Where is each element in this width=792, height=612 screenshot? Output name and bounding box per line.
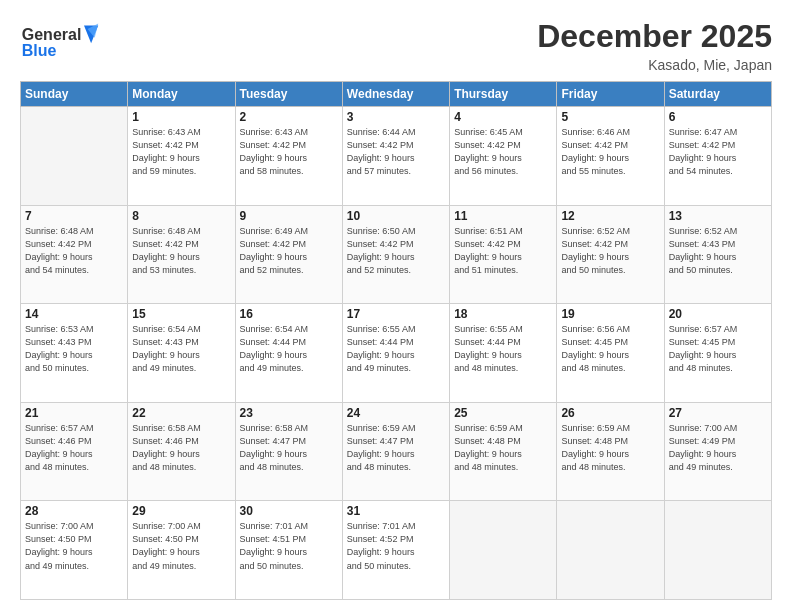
day-number: 31 [347, 504, 445, 518]
calendar-cell: 15Sunrise: 6:54 AMSunset: 4:43 PMDayligh… [128, 304, 235, 403]
calendar-cell [664, 501, 771, 600]
day-number: 24 [347, 406, 445, 420]
day-info: Sunrise: 6:47 AMSunset: 4:42 PMDaylight:… [669, 126, 767, 178]
day-info: Sunrise: 6:48 AMSunset: 4:42 PMDaylight:… [132, 225, 230, 277]
day-info: Sunrise: 6:59 AMSunset: 4:48 PMDaylight:… [454, 422, 552, 474]
calendar-cell: 10Sunrise: 6:50 AMSunset: 4:42 PMDayligh… [342, 205, 449, 304]
month-title: December 2025 [537, 18, 772, 55]
location: Kasado, Mie, Japan [537, 57, 772, 73]
day-number: 14 [25, 307, 123, 321]
day-info: Sunrise: 6:56 AMSunset: 4:45 PMDaylight:… [561, 323, 659, 375]
svg-text:Blue: Blue [22, 43, 57, 60]
calendar-cell: 14Sunrise: 6:53 AMSunset: 4:43 PMDayligh… [21, 304, 128, 403]
day-info: Sunrise: 6:58 AMSunset: 4:47 PMDaylight:… [240, 422, 338, 474]
calendar-cell [21, 107, 128, 206]
day-info: Sunrise: 6:46 AMSunset: 4:42 PMDaylight:… [561, 126, 659, 178]
logo-image: General Blue [20, 18, 100, 63]
calendar-cell: 18Sunrise: 6:55 AMSunset: 4:44 PMDayligh… [450, 304, 557, 403]
day-info: Sunrise: 6:49 AMSunset: 4:42 PMDaylight:… [240, 225, 338, 277]
day-number: 12 [561, 209, 659, 223]
calendar-cell: 1Sunrise: 6:43 AMSunset: 4:42 PMDaylight… [128, 107, 235, 206]
calendar-table: SundayMondayTuesdayWednesdayThursdayFrid… [20, 81, 772, 600]
calendar-cell: 12Sunrise: 6:52 AMSunset: 4:42 PMDayligh… [557, 205, 664, 304]
day-number: 28 [25, 504, 123, 518]
day-info: Sunrise: 6:57 AMSunset: 4:45 PMDaylight:… [669, 323, 767, 375]
calendar-cell: 24Sunrise: 6:59 AMSunset: 4:47 PMDayligh… [342, 402, 449, 501]
day-info: Sunrise: 6:44 AMSunset: 4:42 PMDaylight:… [347, 126, 445, 178]
day-number: 23 [240, 406, 338, 420]
day-number: 22 [132, 406, 230, 420]
day-header-tuesday: Tuesday [235, 82, 342, 107]
calendar-cell [557, 501, 664, 600]
calendar-cell: 17Sunrise: 6:55 AMSunset: 4:44 PMDayligh… [342, 304, 449, 403]
day-number: 4 [454, 110, 552, 124]
day-number: 3 [347, 110, 445, 124]
title-section: December 2025 Kasado, Mie, Japan [537, 18, 772, 73]
calendar-cell: 4Sunrise: 6:45 AMSunset: 4:42 PMDaylight… [450, 107, 557, 206]
day-info: Sunrise: 7:00 AMSunset: 4:50 PMDaylight:… [132, 520, 230, 572]
day-info: Sunrise: 6:51 AMSunset: 4:42 PMDaylight:… [454, 225, 552, 277]
day-number: 2 [240, 110, 338, 124]
calendar-cell: 25Sunrise: 6:59 AMSunset: 4:48 PMDayligh… [450, 402, 557, 501]
day-number: 9 [240, 209, 338, 223]
day-info: Sunrise: 6:50 AMSunset: 4:42 PMDaylight:… [347, 225, 445, 277]
calendar-cell: 21Sunrise: 6:57 AMSunset: 4:46 PMDayligh… [21, 402, 128, 501]
logo: General Blue [20, 18, 100, 63]
calendar-cell: 7Sunrise: 6:48 AMSunset: 4:42 PMDaylight… [21, 205, 128, 304]
day-info: Sunrise: 6:55 AMSunset: 4:44 PMDaylight:… [454, 323, 552, 375]
calendar-cell: 6Sunrise: 6:47 AMSunset: 4:42 PMDaylight… [664, 107, 771, 206]
day-info: Sunrise: 6:59 AMSunset: 4:48 PMDaylight:… [561, 422, 659, 474]
calendar-cell: 19Sunrise: 6:56 AMSunset: 4:45 PMDayligh… [557, 304, 664, 403]
day-number: 17 [347, 307, 445, 321]
day-number: 20 [669, 307, 767, 321]
calendar-cell: 5Sunrise: 6:46 AMSunset: 4:42 PMDaylight… [557, 107, 664, 206]
calendar-cell: 2Sunrise: 6:43 AMSunset: 4:42 PMDaylight… [235, 107, 342, 206]
day-number: 10 [347, 209, 445, 223]
calendar-cell: 27Sunrise: 7:00 AMSunset: 4:49 PMDayligh… [664, 402, 771, 501]
day-number: 26 [561, 406, 659, 420]
day-info: Sunrise: 6:52 AMSunset: 4:43 PMDaylight:… [669, 225, 767, 277]
day-number: 27 [669, 406, 767, 420]
calendar-cell: 30Sunrise: 7:01 AMSunset: 4:51 PMDayligh… [235, 501, 342, 600]
calendar-cell: 28Sunrise: 7:00 AMSunset: 4:50 PMDayligh… [21, 501, 128, 600]
day-number: 11 [454, 209, 552, 223]
day-info: Sunrise: 7:00 AMSunset: 4:49 PMDaylight:… [669, 422, 767, 474]
day-number: 15 [132, 307, 230, 321]
day-info: Sunrise: 7:01 AMSunset: 4:52 PMDaylight:… [347, 520, 445, 572]
calendar-cell: 23Sunrise: 6:58 AMSunset: 4:47 PMDayligh… [235, 402, 342, 501]
day-number: 25 [454, 406, 552, 420]
day-info: Sunrise: 6:54 AMSunset: 4:44 PMDaylight:… [240, 323, 338, 375]
calendar-cell [450, 501, 557, 600]
day-header-monday: Monday [128, 82, 235, 107]
day-number: 29 [132, 504, 230, 518]
day-info: Sunrise: 6:45 AMSunset: 4:42 PMDaylight:… [454, 126, 552, 178]
calendar-cell: 22Sunrise: 6:58 AMSunset: 4:46 PMDayligh… [128, 402, 235, 501]
day-info: Sunrise: 6:53 AMSunset: 4:43 PMDaylight:… [25, 323, 123, 375]
day-number: 30 [240, 504, 338, 518]
day-header-thursday: Thursday [450, 82, 557, 107]
calendar-cell: 26Sunrise: 6:59 AMSunset: 4:48 PMDayligh… [557, 402, 664, 501]
calendar-cell: 8Sunrise: 6:48 AMSunset: 4:42 PMDaylight… [128, 205, 235, 304]
page: General Blue December 2025 Kasado, Mie, … [0, 0, 792, 612]
day-info: Sunrise: 6:59 AMSunset: 4:47 PMDaylight:… [347, 422, 445, 474]
calendar-cell: 29Sunrise: 7:00 AMSunset: 4:50 PMDayligh… [128, 501, 235, 600]
svg-text:General: General [22, 26, 82, 43]
day-number: 5 [561, 110, 659, 124]
day-info: Sunrise: 6:43 AMSunset: 4:42 PMDaylight:… [240, 126, 338, 178]
day-number: 19 [561, 307, 659, 321]
day-header-sunday: Sunday [21, 82, 128, 107]
day-number: 16 [240, 307, 338, 321]
day-info: Sunrise: 6:52 AMSunset: 4:42 PMDaylight:… [561, 225, 659, 277]
day-number: 8 [132, 209, 230, 223]
day-info: Sunrise: 6:54 AMSunset: 4:43 PMDaylight:… [132, 323, 230, 375]
day-info: Sunrise: 6:48 AMSunset: 4:42 PMDaylight:… [25, 225, 123, 277]
day-number: 6 [669, 110, 767, 124]
day-info: Sunrise: 6:43 AMSunset: 4:42 PMDaylight:… [132, 126, 230, 178]
calendar-cell: 3Sunrise: 6:44 AMSunset: 4:42 PMDaylight… [342, 107, 449, 206]
day-info: Sunrise: 6:58 AMSunset: 4:46 PMDaylight:… [132, 422, 230, 474]
day-number: 1 [132, 110, 230, 124]
calendar-cell: 31Sunrise: 7:01 AMSunset: 4:52 PMDayligh… [342, 501, 449, 600]
day-number: 21 [25, 406, 123, 420]
day-number: 7 [25, 209, 123, 223]
day-info: Sunrise: 7:00 AMSunset: 4:50 PMDaylight:… [25, 520, 123, 572]
